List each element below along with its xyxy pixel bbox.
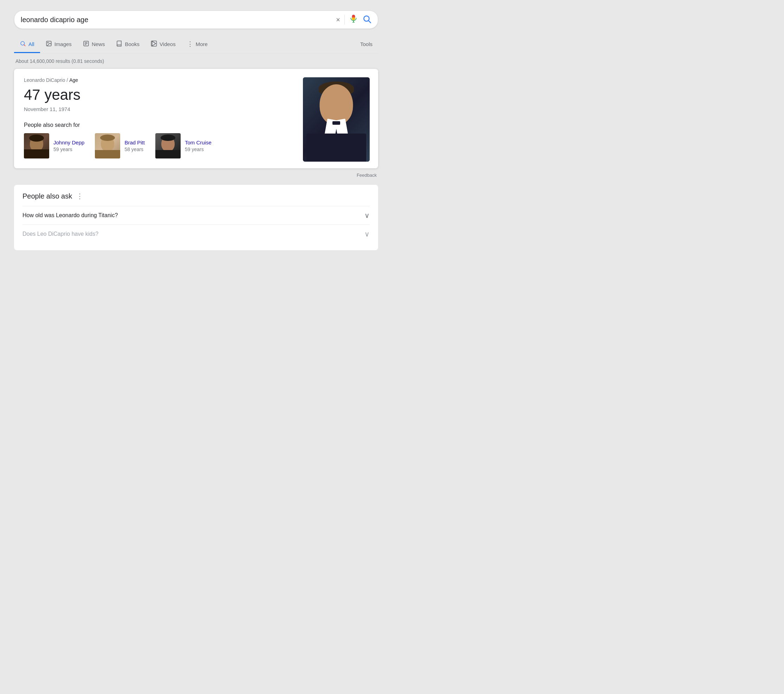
also-ask-title: People also ask	[23, 192, 72, 200]
photo-placeholder	[303, 77, 370, 162]
person-info-brad: Brad Pitt 58 years	[124, 140, 145, 152]
feedback-link[interactable]: Feedback	[14, 173, 378, 178]
person-card-brad-pitt[interactable]: Brad Pitt 58 years	[95, 133, 145, 158]
svg-marker-10	[152, 41, 156, 46]
person-age-johnny: 59 years	[53, 147, 84, 152]
svg-point-5	[48, 42, 48, 43]
more-dots-icon: ⋮	[187, 40, 193, 48]
books-tab-icon	[116, 40, 122, 48]
tab-tools-label: Tools	[360, 41, 372, 47]
tab-more[interactable]: ⋮ More	[181, 36, 213, 53]
mic-icon[interactable]	[349, 15, 358, 25]
svg-line-1	[369, 21, 371, 23]
tab-books[interactable]: Books	[110, 36, 145, 53]
person-thumb-johnny	[24, 133, 49, 158]
ask-item-0[interactable]: How old was Leonardo during Titanic? ∨	[23, 206, 370, 224]
tab-more-label: More	[196, 41, 208, 47]
all-tab-icon	[20, 40, 26, 48]
tab-all[interactable]: All	[14, 36, 40, 53]
person-name-brad: Brad Pitt	[124, 140, 145, 145]
search-bar: ×	[14, 10, 378, 29]
tab-videos-label: Videos	[160, 41, 176, 47]
subject-photo	[303, 77, 370, 162]
news-tab-icon	[83, 40, 89, 48]
ask-question-0: How old was Leonardo during Titanic?	[23, 212, 118, 219]
chevron-down-icon-1: ∨	[364, 230, 370, 238]
search-icon[interactable]	[362, 15, 371, 25]
nav-tabs: All Images News B	[14, 36, 378, 53]
tab-tools[interactable]: Tools	[354, 37, 378, 52]
ask-question-1: Does Leo DiCaprio have kids?	[23, 231, 99, 237]
result-count: About 14,600,000 results (0.81 seconds)	[14, 58, 378, 64]
photo-bowtie	[333, 121, 340, 125]
tab-videos[interactable]: Videos	[145, 36, 181, 53]
photo-face	[320, 84, 353, 125]
person-age-brad: 58 years	[124, 147, 145, 152]
breadcrumb-attribute: Age	[69, 77, 78, 83]
person-thumb-brad	[95, 133, 120, 158]
ask-item-1[interactable]: Does Leo DiCaprio have kids? ∨	[23, 224, 370, 243]
divider	[344, 15, 345, 25]
tab-images-label: Images	[54, 41, 72, 47]
person-name-tom: Tom Cruise	[185, 140, 212, 145]
breadcrumb-person[interactable]: Leonardo DiCaprio	[24, 77, 65, 83]
tab-images[interactable]: Images	[40, 36, 77, 53]
knowledge-panel: Leonardo DiCaprio / Age 47 years Novembe…	[14, 69, 378, 168]
person-thumb-tom	[155, 133, 181, 158]
person-name-johnny: Johnny Depp	[53, 140, 84, 145]
videos-tab-icon	[151, 40, 157, 48]
svg-line-3	[24, 45, 25, 46]
person-card-johnny-depp[interactable]: Johnny Depp 59 years	[24, 133, 84, 158]
person-age-tom: 59 years	[185, 147, 212, 152]
person-info-tom: Tom Cruise 59 years	[185, 140, 212, 152]
clear-icon[interactable]: ×	[336, 16, 340, 24]
search-bar-icons: ×	[336, 15, 371, 25]
more-options-icon[interactable]: ⋮	[76, 192, 83, 200]
tab-all-label: All	[28, 41, 35, 47]
images-tab-icon	[46, 40, 52, 48]
tab-news-label: News	[92, 41, 105, 47]
chevron-down-icon-0: ∨	[364, 211, 370, 219]
search-input[interactable]	[21, 16, 336, 24]
tab-books-label: Books	[125, 41, 140, 47]
people-also-ask-section: People also ask ⋮ How old was Leonardo d…	[14, 185, 378, 250]
person-info-johnny: Johnny Depp 59 years	[53, 140, 84, 152]
photo-suit	[306, 134, 366, 162]
person-card-tom-cruise[interactable]: Tom Cruise 59 years	[155, 133, 212, 158]
tab-news[interactable]: News	[77, 36, 111, 53]
also-ask-header: People also ask ⋮	[23, 192, 370, 200]
